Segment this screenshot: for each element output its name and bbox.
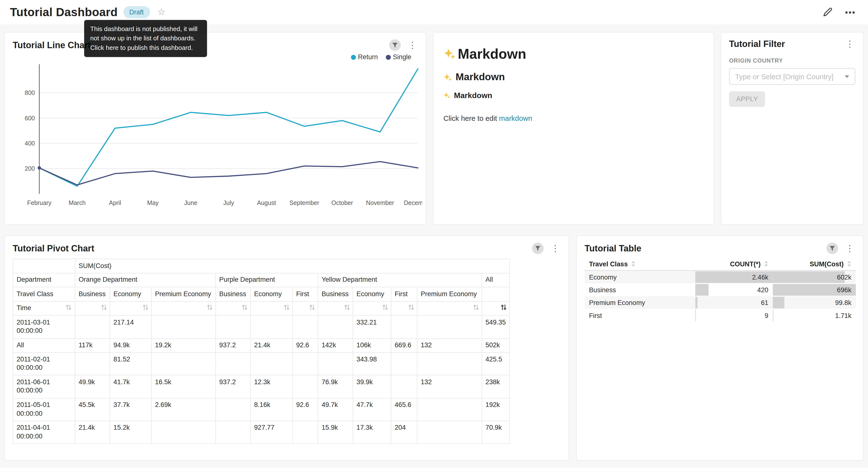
column-header-count[interactable]: COUNT(*) <box>695 258 773 270</box>
pivot-row: 2011-05-01 00:00:0045.5k37.7k2.69k8.16k9… <box>13 398 509 421</box>
pivot-value-cell: 238k <box>482 375 509 398</box>
pivot-value-cell: 76.9k <box>318 375 353 398</box>
markdown-content: Markdown Markdown Markdown Click here to… <box>434 33 714 122</box>
pivot-value-cell: 94.9k <box>110 338 151 352</box>
column-header-sum-cost[interactable]: SUM(Cost) <box>773 258 856 270</box>
sort-icon[interactable] <box>344 304 350 311</box>
value-bar <box>695 297 698 308</box>
pivot-sort-cell <box>353 301 391 316</box>
draft-status-badge[interactable]: Draft <box>123 6 150 18</box>
sort-icon[interactable] <box>310 304 315 311</box>
pivot-value-cell <box>216 398 251 421</box>
pivot-value-cell <box>391 375 417 398</box>
pivot-value-cell <box>151 352 216 375</box>
kebab-menu-icon[interactable]: ⋮ <box>844 40 855 49</box>
pivot-value-cell: 81.52 <box>110 352 151 375</box>
pivot-all-header: All <box>482 273 509 287</box>
pivot-sort-cell <box>151 301 216 316</box>
travel-class-cell: Economy <box>585 270 695 284</box>
origin-country-label: ORIGIN COUNTRY <box>729 57 855 64</box>
sort-icon[interactable] <box>473 304 479 311</box>
chevron-down-icon <box>845 75 849 78</box>
pivot-value-cell: 8.16k <box>250 398 292 421</box>
sparkles-icon <box>443 92 451 99</box>
markdown-edit-hint: Click here to edit markdown <box>443 114 704 122</box>
pivot-value-cell: 425.5 <box>482 352 509 375</box>
pivot-sort-cell <box>293 301 318 316</box>
pivot-value-cell: 465.6 <box>391 398 417 421</box>
markdown-heading-2: Markdown <box>443 71 704 83</box>
sort-icon <box>847 261 851 267</box>
sort-icon[interactable] <box>66 304 71 311</box>
y-tick-label: 400 <box>25 140 35 147</box>
pivot-sort-cell <box>250 301 292 316</box>
x-tick-label: October <box>331 199 353 206</box>
more-menu-icon[interactable]: ⋯ <box>845 7 856 18</box>
pivot-value-cell: 41.7k <box>110 375 151 398</box>
pivot-travel-class-label: Travel Class <box>13 287 75 301</box>
kebab-menu-icon[interactable]: ⋮ <box>844 244 855 253</box>
pivot-value-cell: 92.6 <box>293 338 318 352</box>
kebab-menu-icon[interactable]: ⋮ <box>407 40 418 50</box>
origin-country-select[interactable]: Type or Select [Origin Country] <box>729 68 855 85</box>
value-bar <box>773 271 845 283</box>
column-header-travel-class[interactable]: Travel Class <box>585 258 695 270</box>
series-line-single <box>39 161 418 185</box>
sort-desc-active-icon[interactable] <box>501 304 506 311</box>
kebab-menu-icon[interactable]: ⋮ <box>550 244 561 253</box>
table-card-header: Tutorial Table ⋮ <box>577 236 863 254</box>
filter-indicator-icon[interactable] <box>827 243 838 254</box>
sort-icon[interactable] <box>382 304 388 311</box>
cell-value: 99.8k <box>835 299 851 306</box>
pivot-empty-header <box>482 287 509 301</box>
sort-icon[interactable] <box>101 304 107 311</box>
cell-value: 61 <box>761 299 768 306</box>
pivot-row: 2011-03-01 00:00:00217.14332.21549.35 <box>13 316 509 338</box>
line-chart-card: Tutorial Line Chart ⋮ ReturnSingle 20040… <box>4 32 426 225</box>
pivot-value-cell <box>318 316 353 338</box>
pivot-value-cell: 142k <box>318 338 353 352</box>
pivot-column-header: Premium Economy <box>151 287 216 301</box>
pivot-value-cell <box>216 421 251 444</box>
pivot-value-cell <box>293 421 318 444</box>
legend-label: Single <box>393 53 411 61</box>
legend-item[interactable]: Return <box>351 53 378 61</box>
count-cell: 61 <box>695 296 773 309</box>
pivot-value-cell: 927.77 <box>250 421 292 444</box>
table-row: Economy2.46k602k <box>585 270 856 284</box>
pivot-value-cell <box>391 316 417 338</box>
pivot-card-header: Tutorial Pivot Chart ⋮ <box>5 236 568 254</box>
filter-indicator-icon[interactable] <box>389 39 401 51</box>
y-tick-label: 800 <box>25 89 35 96</box>
apply-button[interactable]: APPLY <box>729 91 765 107</box>
pivot-sort-cell <box>110 301 151 316</box>
pivot-value-cell <box>417 398 482 421</box>
pivot-sort-cell <box>318 301 353 316</box>
line-chart-card-header: Tutorial Line Chart ⋮ <box>5 33 426 51</box>
page-footer <box>0 468 868 472</box>
filter-body: ORIGIN COUNTRY Type or Select [Origin Co… <box>721 57 863 107</box>
legend-dot-icon <box>351 55 355 59</box>
sort-icon[interactable] <box>143 304 148 311</box>
sort-icon <box>631 261 636 267</box>
cell-value: 602k <box>837 273 851 281</box>
edit-pencil-icon[interactable] <box>823 7 833 17</box>
publish-tooltip: This dashboard is not published, it will… <box>84 20 207 57</box>
pivot-column-header: Business <box>318 287 353 301</box>
x-tick-label: November <box>366 199 394 206</box>
markdown-heading-1-text: Markdown <box>458 46 526 62</box>
sort-icon[interactable] <box>242 304 247 311</box>
legend-item[interactable]: Single <box>385 53 411 61</box>
pivot-sort-cell <box>216 301 251 316</box>
x-tick-label: April <box>109 199 121 206</box>
filter-card-title: Tutorial Filter <box>729 39 785 50</box>
pivot-column-header: Business <box>75 287 110 301</box>
sort-icon[interactable] <box>409 304 414 311</box>
favorite-star-icon[interactable]: ☆ <box>157 8 165 17</box>
filter-indicator-icon[interactable] <box>532 243 544 254</box>
line-chart[interactable]: 200400600800FebruaryMarchAprilMayJuneJul… <box>10 62 422 211</box>
sort-icon[interactable] <box>207 304 213 311</box>
edit-markdown-link[interactable]: markdown <box>499 114 532 122</box>
pivot-column-header: Economy <box>250 287 292 301</box>
sort-icon[interactable] <box>284 304 289 311</box>
